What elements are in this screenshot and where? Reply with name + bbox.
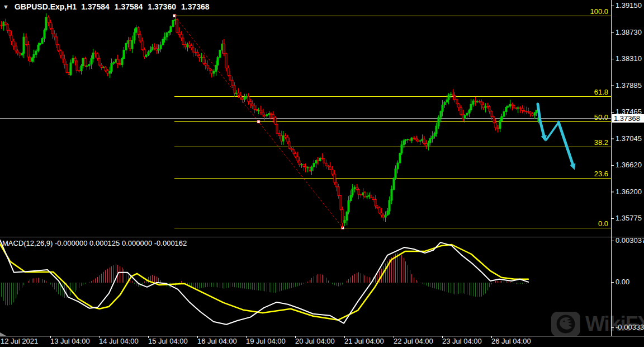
- candle: [354, 187, 356, 189]
- candle: [113, 62, 115, 63]
- candle: [287, 137, 288, 142]
- candle: [135, 27, 137, 32]
- candle: [342, 209, 343, 223]
- candle: [29, 57, 31, 62]
- candle: [151, 47, 153, 50]
- candle: [25, 37, 27, 44]
- candle: [141, 41, 143, 50]
- candle: [215, 65, 217, 71]
- candle: [364, 193, 366, 196]
- candle: [254, 106, 255, 109]
- candle: [172, 20, 174, 26]
- candle: [440, 111, 442, 118]
- candle: [121, 59, 123, 65]
- candle: [48, 17, 49, 22]
- candle: [229, 76, 231, 81]
- candle: [176, 20, 178, 32]
- candle: [274, 118, 276, 124]
- fib-label-61.8: 61.8: [594, 88, 608, 96]
- candle: [481, 102, 482, 105]
- candle: [203, 58, 205, 64]
- candle: [31, 58, 33, 61]
- candle: [497, 128, 499, 129]
- candle: [62, 55, 64, 59]
- candle: [205, 63, 206, 65]
- forecast-arrow-0[interactable]: [538, 104, 544, 138]
- candle: [340, 196, 342, 210]
- candle: [491, 111, 493, 117]
- candle: [134, 32, 135, 40]
- candle: [334, 174, 335, 182]
- candle: [195, 52, 196, 53]
- candle: [282, 135, 284, 141]
- scroll-marker[interactable]: [0, 332, 6, 336]
- candle: [517, 108, 519, 109]
- candle: [319, 158, 321, 161]
- candle: [209, 68, 211, 71]
- candle: [454, 96, 456, 100]
- candle: [148, 52, 149, 55]
- candle: [9, 30, 11, 35]
- candle: [495, 123, 496, 128]
- candle: [417, 140, 419, 142]
- symbol-timeframe-label: GBPUSD.Exp,H1: [15, 2, 77, 11]
- candle: [403, 140, 405, 145]
- candle: [74, 58, 76, 61]
- candle: [429, 139, 431, 143]
- forecast-arrow-2[interactable]: [558, 122, 574, 167]
- fib-label-0.0: 0.0: [598, 219, 608, 228]
- candle: [536, 110, 537, 112]
- candle: [288, 142, 290, 148]
- macd-axis-label: -0.003335: [615, 323, 644, 331]
- chart-title: ▼ GBPUSD.Exp,H1 1.37584 1.37584 1.37360 …: [3, 2, 210, 11]
- candle: [107, 71, 108, 73]
- candle: [119, 63, 121, 64]
- time-axis-label: 21 Jul 04:00: [344, 337, 384, 345]
- price-axis-label: 1.37045: [615, 134, 642, 143]
- candle: [307, 167, 309, 168]
- candle: [276, 124, 278, 133]
- candle: [348, 201, 349, 212]
- candle: [11, 35, 12, 41]
- candle: [54, 34, 55, 37]
- candle: [387, 211, 389, 215]
- symbol-dropdown-icon[interactable]: ▼: [3, 3, 9, 10]
- candle: [91, 59, 92, 64]
- candle: [262, 112, 264, 115]
- candle: [17, 51, 18, 53]
- macd-main-line: [0, 240, 528, 325]
- candle: [84, 58, 86, 65]
- candle: [223, 44, 225, 53]
- forecast-line-1[interactable]: [546, 123, 558, 140]
- candle: [181, 35, 182, 38]
- candle: [240, 95, 242, 98]
- candle: [109, 71, 111, 73]
- candle: [525, 111, 527, 112]
- candle: [325, 163, 327, 166]
- candle: [456, 100, 458, 104]
- candle: [346, 212, 348, 221]
- candle: [395, 169, 396, 179]
- candle: [211, 71, 212, 73]
- candle: [444, 102, 446, 105]
- candle: [338, 187, 339, 196]
- macd-signal-line: [0, 244, 528, 320]
- candle: [170, 26, 172, 31]
- time-axis-label: 26 Jul 04:00: [491, 337, 531, 345]
- candle: [60, 51, 61, 55]
- candle: [150, 50, 151, 51]
- candle: [111, 63, 112, 71]
- candle: [507, 106, 509, 107]
- candle: [335, 182, 337, 187]
- candle: [385, 215, 386, 217]
- candle: [266, 115, 268, 116]
- candle: [182, 38, 184, 45]
- candle: [513, 106, 515, 108]
- candle: [162, 40, 164, 45]
- candle: [499, 121, 501, 129]
- fib-anchor-1[interactable]: [257, 120, 260, 123]
- candle: [94, 53, 96, 54]
- candle: [505, 107, 507, 111]
- candle: [293, 150, 295, 154]
- forecast-arrowhead-2[interactable]: [570, 163, 576, 170]
